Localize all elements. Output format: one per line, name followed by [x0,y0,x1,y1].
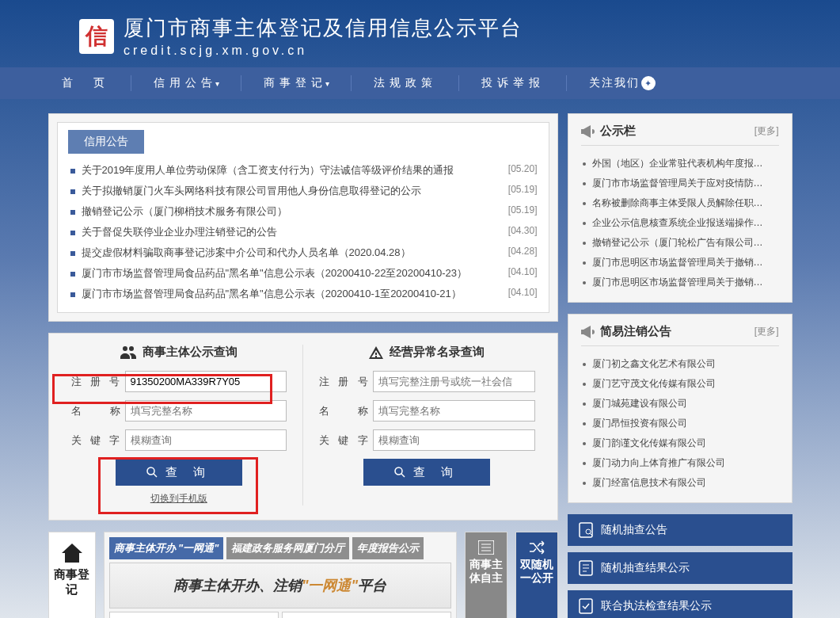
announcement-item[interactable]: 关于2019年度用人单位劳动保障（含工资支付行为）守法诚信等级评价结果的通报[0… [69,160,538,181]
search-title: 经营异常名录查询 [390,345,485,360]
document-icon [579,522,593,538]
simple-cancel-panel: 简易注销公告 [更多] 厦门初之鑫文化艺术有限公司厦门艺守茂文化传媒有限公司厦门… [568,314,792,503]
bulletin-item[interactable]: 名称被删除商事主体受限人员解除任职… [581,193,779,213]
random-check-result-button[interactable]: 随机抽查结果公示 [568,552,792,584]
bulletin-item[interactable]: 外国（地区）企业常驻代表机构年度报… [581,154,779,174]
announcement-item[interactable]: 关于督促失联停业企业办理注销登记的公告[04.30] [69,222,538,242]
announcement-text: 提交虚假材料骗取商事登记涉案中介公司和代办人员名单（2020.04.28） [82,246,500,260]
announcement-item[interactable]: 厦门市市场监督管理局食品药品"黑名单"信息公示表（20200410-1至2020… [69,284,538,304]
tab-ywt[interactable]: 商事主体开办 "一网通" [109,537,224,559]
announcement-text: 关于2019年度用人单位劳动保障（含工资支付行为）守法诚信等级评价结果的通报 [82,163,500,177]
name-label: 名 称 [71,404,120,418]
announcement-text: 撤销登记公示（厦门柳梢技术服务有限公司） [82,204,500,219]
chevron-down-icon: ▾ [215,79,219,88]
bulletin-item[interactable]: 企业公示信息核查系统企业报送端操作… [581,213,779,233]
ywt-banner[interactable]: 商事主体开办、注销"一网通"平台 [109,563,451,608]
switch-mobile-link[interactable]: 切换到手机版 [71,492,287,505]
cancel-item[interactable]: 厦门经富信息技术有限公司 [581,473,779,493]
svg-line-3 [401,474,405,477]
cancel-item[interactable]: 厦门艺守茂文化传媒有限公司 [581,374,779,394]
main-nav: 首 页 信用公告▾ 商事登记▾ 法规政策 投诉举报 关注我们✦ [0,67,840,99]
nav-home[interactable]: 首 页 [40,67,131,99]
announcement-text: 关于督促失联停业企业办理注销登记的公告 [82,225,500,239]
cancel-list: 厦门初之鑫文化艺术有限公司厦门艺守茂文化传媒有限公司厦门城苑建设有限公司厦门昂恒… [581,354,779,493]
announcement-date: [04.10] [508,266,538,280]
elicense-button[interactable]: ◉ 电子营业执照自助服务 [109,612,279,618]
name-input[interactable] [373,400,535,422]
name-input[interactable] [125,400,287,422]
announcement-date: [05.20] [508,163,538,177]
bulletin-list: 外国（地区）企业常驻代表机构年度报…厦门市市场监督管理局关于应对疫情防…名称被删… [581,154,779,292]
bottom-actions-row: 商事登记 商事主体开办 "一网通" 福建政务服务网厦门分厅 年度报告公示 商事主… [48,532,558,618]
nav-complaint[interactable]: 投诉举报 [459,67,567,99]
document-icon [579,560,593,576]
announcement-date: [04.10] [508,287,538,301]
announcement-item[interactable]: 关于拟撤销厦门火车头网络科技有限公司冒用他人身份信息取得登记的公示[05.19] [69,181,538,201]
more-link[interactable]: [更多] [754,325,779,338]
name-label: 名 称 [319,404,368,418]
keyword-input[interactable] [125,429,287,451]
nav-law[interactable]: 法规政策 [352,67,459,99]
nav-credit[interactable]: 信用公告▾ [131,67,241,99]
cancel-item[interactable]: 厦门初之鑫文化艺术有限公司 [581,354,779,374]
chevron-down-icon: ▾ [325,79,329,88]
keyword-label: 关 键 字 [71,433,120,448]
announcement-item[interactable]: 厦门市市场监督管理局食品药品"黑名单"信息公示表（20200410-22至202… [69,263,538,284]
document-icon [579,598,593,614]
bullet-icon [70,251,75,256]
panel-title: 简易注销公告 [600,324,754,339]
bulletin-item[interactable]: 厦门市思明区市场监督管理局关于撤销… [581,273,779,292]
reg-number-input[interactable] [125,371,287,392]
reg-label: 注 册 号 [319,375,368,389]
bulletin-item[interactable]: 厦门市市场监督管理局关于应对疫情防… [581,174,779,193]
double-random-button[interactable]: 双随机一公开 [515,532,558,618]
entity-search-box: 商事主体公示查询 注 册 号 名 称 关 键 字 [55,345,303,505]
announcement-text: 关于拟撤销厦门火车头网络科技有限公司冒用他人身份信息取得登记的公示 [82,184,500,198]
search-button[interactable]: 查 询 [363,459,490,486]
svg-line-1 [154,474,157,477]
panel-title: 公示栏 [600,124,754,139]
announcement-list: 关于2019年度用人单位劳动保障（含工资支付行为）守法诚信等级评价结果的通报[0… [69,160,538,304]
bullet-icon [70,272,75,277]
check-buttons: 随机抽查公告 随机抽查结果公示 联合执法检查结果公示 [568,514,792,618]
cancel-item[interactable]: 厦门动力向上体育推广有限公司 [581,453,779,473]
generator-button[interactable]: ✖ 商事主体经营项目自助生成器 [282,612,451,618]
search-title: 商事主体公示查询 [143,345,238,360]
tab-fujian[interactable]: 福建政务服务网厦门分厅 [226,537,349,559]
search-panel: 商事主体公示查询 注 册 号 名 称 关 键 字 [48,333,558,521]
abnormal-search-box: 经营异常名录查询 注 册 号 名 称 关 键 字 [302,345,551,505]
announcement-item[interactable]: 撤销登记公示（厦门柳梢技术服务有限公司）[05.19] [69,201,538,222]
logo-icon: 信 [86,21,108,52]
megaphone-icon [581,326,595,338]
nav-follow[interactable]: 关注我们✦ [567,67,678,99]
bulletin-item[interactable]: 厦门市思明区市场监督管理局关于撤销… [581,253,779,273]
ywt-panel: 商事主体开办 "一网通" 福建政务服务网厦门分厅 年度报告公示 商事主体开办、注… [104,532,457,618]
announcement-date: [05.19] [508,184,538,198]
shuffle-icon [529,540,545,555]
bulletin-panel: 公示栏 [更多] 外国（地区）企业常驻代表机构年度报…厦门市市场监督管理局关于应… [568,113,792,303]
reg-number-input[interactable] [373,371,535,392]
bullet-icon [70,292,75,297]
announcement-item[interactable]: 提交虚假材料骗取商事登记涉案中介公司和代办人员名单（2020.04.28）[04… [69,242,538,263]
joint-check-result-button[interactable]: 联合执法检查结果公示 [568,590,792,618]
announcement-date: [04.28] [508,246,538,260]
bullet-icon [70,231,75,235]
search-button[interactable]: 查 询 [116,459,242,486]
site-subtitle: credit.scjg.xm.gov.cn [124,44,523,58]
nav-register[interactable]: 商事登记▾ [241,67,352,99]
business-register-button[interactable]: 商事登记 [48,532,96,618]
bullet-icon [70,169,75,174]
bullet-icon [70,189,75,194]
svg-point-2 [395,467,402,475]
keyword-label: 关 键 字 [319,433,368,448]
bulletin-item[interactable]: 撤销登记公示（厦门轮松广告有限公司… [581,233,779,253]
cancel-item[interactable]: 厦门昂恒投资有限公司 [581,414,779,433]
more-link[interactable]: [更多] [754,124,779,138]
cancel-item[interactable]: 厦门韵谨文化传媒有限公司 [581,433,779,453]
tab-annual[interactable]: 年度报告公示 [352,537,424,559]
announcement-text: 厦门市市场监督管理局食品药品"黑名单"信息公示表（20200410-22至202… [82,266,500,280]
cancel-item[interactable]: 厦门城苑建设有限公司 [581,394,779,414]
keyword-input[interactable] [373,429,535,451]
random-check-announce-button[interactable]: 随机抽查公告 [568,514,792,546]
self-service-button[interactable]: 商事主体自主 [465,532,507,618]
